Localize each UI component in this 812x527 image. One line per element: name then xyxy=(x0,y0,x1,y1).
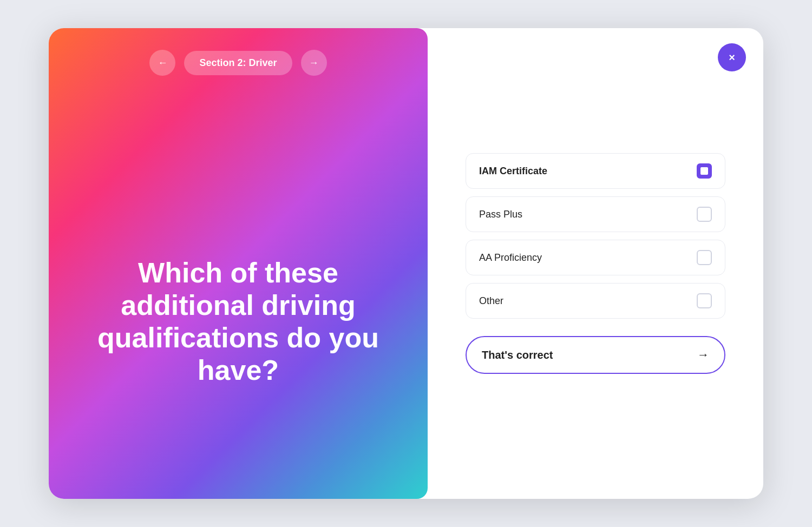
option-other-checkbox[interactable] xyxy=(697,293,712,308)
right-panel: × IAM Certificate Pass Plus AA Proficien… xyxy=(428,28,763,499)
forward-button[interactable]: → xyxy=(301,50,327,76)
option-aa-checkbox[interactable] xyxy=(697,250,712,265)
options-list: IAM Certificate Pass Plus AA Proficiency… xyxy=(466,153,725,319)
confirm-button[interactable]: That's correct → xyxy=(466,336,725,374)
confirm-button-label: That's correct xyxy=(482,349,553,361)
arrow-right-icon: → xyxy=(697,348,709,362)
modal-container: ← Section 2: Driver → Which of these add… xyxy=(49,28,763,499)
close-icon: × xyxy=(729,51,735,64)
back-icon: ← xyxy=(158,57,167,69)
option-iam-label: IAM Certificate xyxy=(479,166,547,177)
option-passplus-label: Pass Plus xyxy=(479,209,522,220)
question-text: Which of these additional driving qualif… xyxy=(81,257,395,386)
back-button[interactable]: ← xyxy=(149,50,175,76)
forward-icon: → xyxy=(309,57,319,69)
option-passplus-checkbox[interactable] xyxy=(697,207,712,222)
left-panel: ← Section 2: Driver → Which of these add… xyxy=(49,28,428,499)
option-aa-label: AA Proficiency xyxy=(479,252,542,264)
option-other[interactable]: Other xyxy=(466,283,725,319)
option-iam[interactable]: IAM Certificate xyxy=(466,153,725,189)
section-label: Section 2: Driver xyxy=(184,51,292,75)
nav-bar: ← Section 2: Driver → xyxy=(149,50,326,76)
close-button[interactable]: × xyxy=(718,43,746,71)
option-other-label: Other xyxy=(479,295,503,307)
option-iam-checkbox[interactable] xyxy=(697,163,712,179)
option-passplus[interactable]: Pass Plus xyxy=(466,196,725,232)
option-aa[interactable]: AA Proficiency xyxy=(466,240,725,275)
